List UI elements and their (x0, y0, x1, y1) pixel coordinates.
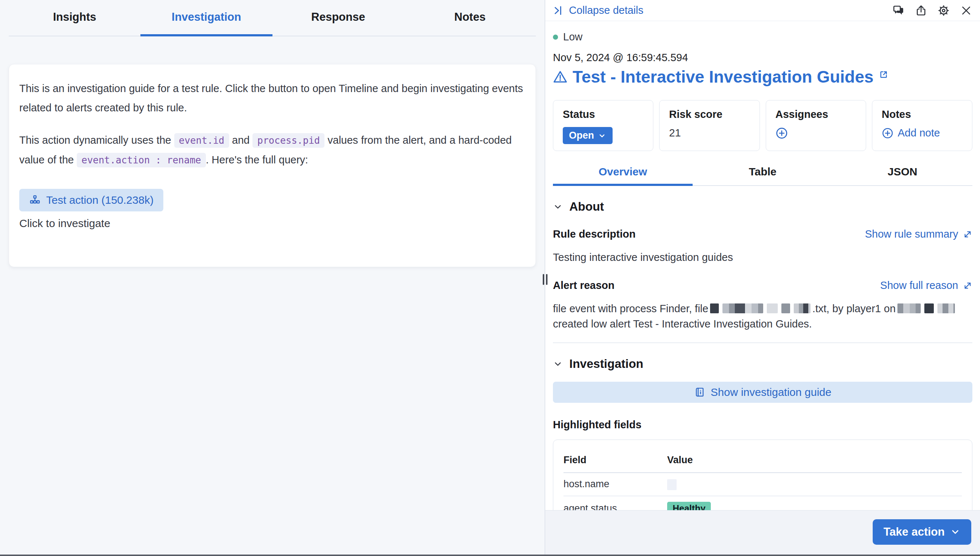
table-row: agent.status Healthy (563, 496, 962, 510)
redacted-block (722, 304, 763, 313)
investigation-guide-card: This is an investigation guide for a tes… (9, 64, 536, 267)
left-tab-bar: Insights Investigation Response Notes (9, 0, 536, 36)
tab-notes[interactable]: Notes (404, 0, 536, 36)
section-divider (553, 343, 972, 343)
flyout-header: Collapse details (545, 0, 980, 21)
alert-timestamp: Nov 5, 2024 @ 16:59:45.594 (553, 52, 972, 64)
risk-score-value: 21 (669, 127, 681, 139)
table-row: host.name (563, 473, 962, 496)
value-column-header: Value (667, 449, 962, 473)
show-full-reason-label: Show full reason (880, 280, 958, 291)
show-rule-summary-label: Show rule summary (865, 228, 958, 240)
highlighted-fields-panel: Field Value host.name agent.status Healt… (553, 440, 972, 510)
book-icon (694, 387, 706, 398)
chevron-down-icon (598, 131, 606, 140)
assignees-card: Assignees (766, 100, 866, 151)
guide-p2-and: and (229, 134, 253, 146)
guide-p2-text: This action dynamically uses the (19, 134, 174, 146)
chevron-down-icon (950, 527, 961, 537)
field-agent-status: agent.status (563, 496, 667, 510)
alert-title-row: Test - Interactive Investigation Guides (553, 66, 972, 87)
take-action-button[interactable]: Take action (873, 519, 971, 545)
tab-insights[interactable]: Insights (9, 0, 140, 36)
investigation-section-toggle[interactable]: Investigation (553, 357, 972, 371)
add-assignee-icon[interactable] (775, 127, 788, 139)
alert-details-window: Insights Investigation Response Notes Th… (0, 0, 980, 556)
guide-paragraph-1: This is an investigation guide for a tes… (19, 79, 525, 118)
severity-dot-icon (553, 35, 558, 40)
code-event-action-rename: event.action : rename (77, 153, 206, 167)
alert-rule-title[interactable]: Test - Interactive Investigation Guides (573, 66, 873, 87)
status-value: Open (569, 130, 594, 141)
status-card-title: Status (563, 108, 644, 120)
add-note-button[interactable]: Add note (882, 127, 940, 139)
tab-json[interactable]: JSON (833, 161, 972, 186)
notes-title: Notes (882, 108, 962, 120)
notes-card: Notes Add note (872, 100, 972, 151)
left-preview-panel: Insights Investigation Response Notes Th… (0, 0, 544, 556)
investigation-heading: Investigation (569, 357, 644, 371)
status-card: Status Open (553, 100, 653, 151)
field-host-name: host.name (563, 473, 667, 496)
redacted-host-name-value (667, 479, 676, 490)
redacted-block (924, 304, 934, 313)
test-action-label: Test action (150.238k) (46, 194, 153, 206)
summary-cards-row: Status Open Risk score 21 (553, 100, 972, 151)
field-column-header: Field (563, 449, 667, 473)
timeline-icon (29, 194, 41, 206)
code-event-id: event.id (174, 133, 229, 148)
tab-table[interactable]: Table (693, 161, 832, 186)
redacted-block (938, 304, 955, 313)
header-icon-group (893, 5, 972, 16)
test-action-button[interactable]: Test action (150.238k) (19, 189, 163, 212)
show-investigation-guide-label: Show investigation guide (711, 386, 831, 398)
highlighted-fields-heading: Highlighted fields (553, 419, 972, 431)
window-bottom-edge (0, 554, 980, 556)
chevron-down-icon (553, 359, 563, 369)
redacted-block (794, 304, 810, 313)
warning-triangle-icon (553, 70, 567, 84)
severity-row: Low (553, 31, 972, 43)
take-action-label: Take action (883, 525, 945, 538)
alert-reason-label: Alert reason (553, 280, 614, 291)
status-open-dropdown[interactable]: Open (563, 127, 613, 144)
redacted-block (710, 304, 719, 313)
show-investigation-guide-button[interactable]: Show investigation guide (553, 382, 972, 403)
show-full-reason-link[interactable]: Show full reason (880, 280, 972, 291)
agent-status-badge: Healthy (667, 502, 711, 510)
code-process-pid: process.pid (252, 133, 325, 148)
external-link-icon[interactable] (878, 70, 889, 80)
collapse-details-label: Collapse details (569, 4, 644, 16)
severity-label: Low (563, 31, 583, 43)
panel-resize-handle[interactable] (541, 274, 549, 285)
assignees-title: Assignees (775, 108, 856, 120)
add-note-label: Add note (898, 127, 940, 139)
flyout-footer: Take action (545, 510, 980, 556)
guide-p2-after: . Here's the full query: (206, 154, 308, 166)
collapse-details-button[interactable]: Collapse details (553, 4, 644, 16)
risk-score-title: Risk score (669, 108, 750, 120)
highlighted-fields-table: Field Value host.name agent.status Healt… (563, 449, 962, 510)
close-icon[interactable] (961, 5, 972, 16)
gear-icon[interactable] (938, 5, 949, 16)
share-icon[interactable] (915, 5, 927, 16)
guide-paragraph-2: This action dynamically uses the event.i… (19, 131, 525, 170)
alert-details-flyout: Collapse details (545, 0, 980, 556)
rule-description-text: Testing interactive investigation guides (553, 250, 972, 265)
tab-overview[interactable]: Overview (553, 161, 693, 186)
risk-score-card: Risk score 21 (659, 100, 760, 151)
comments-icon[interactable] (893, 5, 904, 16)
tab-investigation[interactable]: Investigation (140, 0, 272, 36)
tab-response[interactable]: Response (273, 0, 404, 36)
chevron-down-icon (553, 202, 563, 212)
show-rule-summary-link[interactable]: Show rule summary (865, 228, 972, 240)
redacted-block (767, 304, 778, 313)
expand-icon (963, 281, 972, 290)
about-section-toggle[interactable]: About (553, 200, 972, 213)
redacted-block (898, 304, 921, 313)
collapse-icon (553, 5, 564, 16)
reason-part-2: .txt, by player1 on (812, 303, 896, 314)
alert-reason-text: file event with process Finder, file.txt… (553, 301, 972, 331)
reason-part-1: file event with process Finder, file (553, 303, 708, 314)
click-to-investigate-caption: Click to investigate (19, 217, 525, 230)
